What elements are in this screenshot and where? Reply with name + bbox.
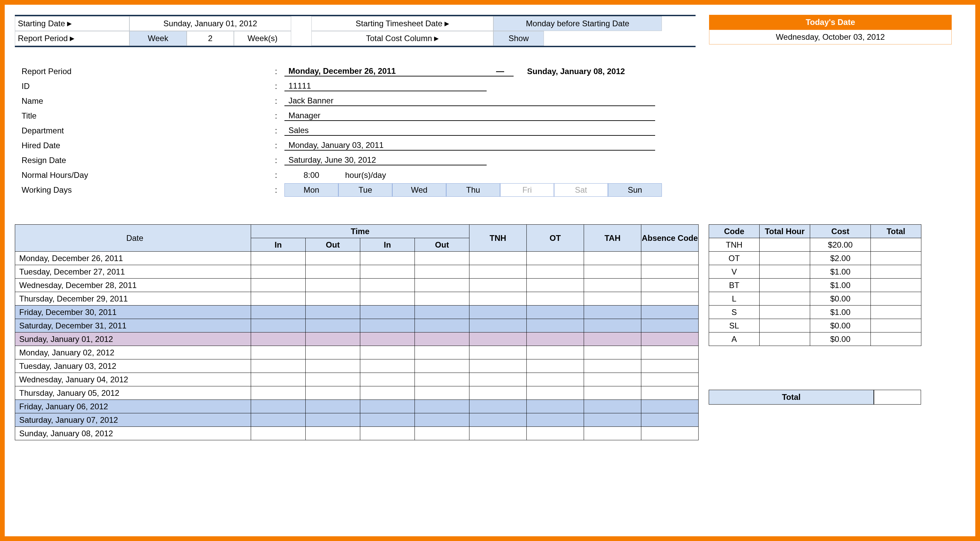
data-cell[interactable] xyxy=(469,279,527,292)
data-cell[interactable] xyxy=(584,319,641,333)
data-cell[interactable] xyxy=(641,279,698,292)
data-cell[interactable] xyxy=(415,346,469,359)
data-cell[interactable] xyxy=(251,359,305,373)
data-cell[interactable] xyxy=(584,373,641,386)
summary-cell[interactable] xyxy=(760,279,810,292)
data-cell[interactable] xyxy=(584,306,641,319)
data-cell[interactable] xyxy=(527,306,584,319)
data-cell[interactable] xyxy=(360,427,415,440)
data-cell[interactable] xyxy=(527,386,584,400)
data-cell[interactable] xyxy=(469,413,527,427)
data-cell[interactable] xyxy=(469,346,527,359)
name-value[interactable]: Jack Banner xyxy=(285,96,655,106)
data-cell[interactable] xyxy=(527,413,584,427)
summary-cell[interactable]: $1.00 xyxy=(810,279,871,292)
data-cell[interactable] xyxy=(469,333,527,346)
summary-cell[interactable]: $1.00 xyxy=(810,265,871,279)
data-cell[interactable] xyxy=(305,252,360,265)
data-cell[interactable] xyxy=(641,265,698,279)
data-cell[interactable] xyxy=(305,400,360,413)
data-cell[interactable] xyxy=(469,292,527,306)
data-cell[interactable] xyxy=(360,346,415,359)
data-cell[interactable] xyxy=(469,386,527,400)
data-cell[interactable] xyxy=(641,292,698,306)
wd-fri[interactable]: Fri xyxy=(500,183,554,197)
data-cell[interactable] xyxy=(527,400,584,413)
data-cell[interactable] xyxy=(584,413,641,427)
data-cell[interactable] xyxy=(415,252,469,265)
data-cell[interactable] xyxy=(360,252,415,265)
data-cell[interactable] xyxy=(415,292,469,306)
data-cell[interactable] xyxy=(584,279,641,292)
data-cell[interactable] xyxy=(415,413,469,427)
data-cell[interactable] xyxy=(360,279,415,292)
data-cell[interactable] xyxy=(251,265,305,279)
data-cell[interactable] xyxy=(584,386,641,400)
wd-thu[interactable]: Thu xyxy=(446,183,500,197)
wd-tue[interactable]: Tue xyxy=(338,183,392,197)
data-cell[interactable] xyxy=(415,359,469,373)
data-cell[interactable] xyxy=(641,359,698,373)
data-cell[interactable] xyxy=(305,319,360,333)
data-cell[interactable] xyxy=(527,373,584,386)
data-cell[interactable] xyxy=(584,400,641,413)
summary-cell[interactable] xyxy=(760,252,810,265)
title-value[interactable]: Manager xyxy=(285,111,655,121)
data-cell[interactable] xyxy=(469,319,527,333)
data-cell[interactable] xyxy=(305,292,360,306)
data-cell[interactable] xyxy=(360,333,415,346)
summary-cell[interactable] xyxy=(871,279,921,292)
data-cell[interactable] xyxy=(641,373,698,386)
data-cell[interactable] xyxy=(469,265,527,279)
data-cell[interactable] xyxy=(305,265,360,279)
data-cell[interactable] xyxy=(415,386,469,400)
summary-cell[interactable] xyxy=(760,333,810,346)
data-cell[interactable] xyxy=(305,386,360,400)
data-cell[interactable] xyxy=(469,306,527,319)
wd-sun[interactable]: Sun xyxy=(608,183,662,197)
summary-cell[interactable]: $0.00 xyxy=(810,319,871,333)
report-period-unit1[interactable]: Week xyxy=(129,31,187,46)
data-cell[interactable] xyxy=(305,346,360,359)
data-cell[interactable] xyxy=(584,292,641,306)
data-cell[interactable] xyxy=(469,427,527,440)
data-cell[interactable] xyxy=(251,306,305,319)
data-cell[interactable] xyxy=(360,400,415,413)
data-cell[interactable] xyxy=(641,346,698,359)
data-cell[interactable] xyxy=(415,279,469,292)
data-cell[interactable] xyxy=(305,279,360,292)
data-cell[interactable] xyxy=(360,319,415,333)
data-cell[interactable] xyxy=(469,373,527,386)
summary-cell[interactable] xyxy=(871,238,921,252)
data-cell[interactable] xyxy=(584,265,641,279)
data-cell[interactable] xyxy=(251,252,305,265)
data-cell[interactable] xyxy=(251,279,305,292)
summary-cell[interactable] xyxy=(760,265,810,279)
data-cell[interactable] xyxy=(584,346,641,359)
summary-cell[interactable] xyxy=(871,252,921,265)
id-value[interactable]: 11111 xyxy=(285,81,487,91)
data-cell[interactable] xyxy=(251,427,305,440)
data-cell[interactable] xyxy=(527,333,584,346)
summary-cell[interactable]: $0.00 xyxy=(810,292,871,306)
data-cell[interactable] xyxy=(251,400,305,413)
data-cell[interactable] xyxy=(251,373,305,386)
data-cell[interactable] xyxy=(415,333,469,346)
data-cell[interactable] xyxy=(415,427,469,440)
summary-cell[interactable] xyxy=(871,292,921,306)
summary-cell[interactable] xyxy=(760,238,810,252)
data-cell[interactable] xyxy=(415,373,469,386)
summary-cell[interactable] xyxy=(760,292,810,306)
summary-cell[interactable] xyxy=(760,319,810,333)
data-cell[interactable] xyxy=(251,346,305,359)
starting-date-value[interactable]: Sunday, January 01, 2012 xyxy=(129,16,291,31)
data-cell[interactable] xyxy=(360,386,415,400)
data-cell[interactable] xyxy=(641,252,698,265)
data-cell[interactable] xyxy=(251,292,305,306)
summary-cell[interactable] xyxy=(871,319,921,333)
data-cell[interactable] xyxy=(641,427,698,440)
data-cell[interactable] xyxy=(469,252,527,265)
total-cost-column-value[interactable]: Show xyxy=(493,31,544,46)
data-cell[interactable] xyxy=(469,359,527,373)
data-cell[interactable] xyxy=(641,400,698,413)
